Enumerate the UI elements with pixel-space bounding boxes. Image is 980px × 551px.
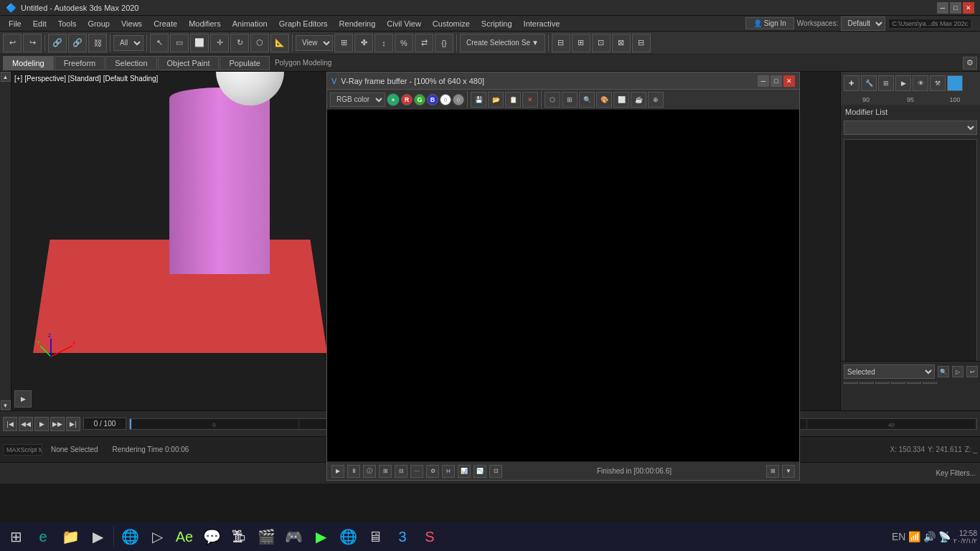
vray-color2-btn[interactable]: 🎨: [596, 92, 612, 108]
vray-color-mode-dropdown[interactable]: RGB color: [330, 93, 385, 107]
prev-frame-button[interactable]: |◀: [3, 417, 17, 431]
green-button[interactable]: ▶: [308, 524, 334, 550]
network-button[interactable]: 🌐: [335, 524, 361, 550]
rp-motion-btn[interactable]: ▶: [895, 75, 911, 91]
vray-tb-circle-btn[interactable]: ●: [387, 93, 400, 106]
modifier-dropdown[interactable]: [844, 121, 977, 135]
vray-status-play[interactable]: ▶: [331, 465, 344, 478]
wa-button[interactable]: 💬: [199, 524, 225, 550]
viewport-nav-button[interactable]: ▶: [14, 390, 32, 408]
rp-create-btn[interactable]: ✚: [844, 75, 859, 91]
mpc-button[interactable]: 🎬: [253, 524, 279, 550]
scale-button[interactable]: ⬡: [250, 34, 269, 52]
vray-cube-btn[interactable]: ⬜: [613, 92, 629, 108]
menu-graph-editors[interactable]: Graph Editors: [273, 18, 334, 29]
maxscript-label[interactable]: MAXScript Mi: [3, 444, 42, 456]
menu-animation[interactable]: Animation: [227, 18, 273, 29]
vray-status-extra3[interactable]: ⚙: [426, 465, 439, 478]
tab-populate[interactable]: Populate: [220, 56, 269, 70]
rotate-button[interactable]: ↻: [230, 34, 249, 52]
rp-display-btn[interactable]: 👁: [913, 75, 928, 91]
next-frame-button[interactable]: ▶|: [66, 417, 80, 431]
vray-minimize-btn[interactable]: ─: [758, 75, 769, 87]
play-button[interactable]: ▶: [34, 417, 49, 431]
vray-close-x-btn[interactable]: ✕: [522, 92, 538, 108]
workspace-dropdown[interactable]: Default: [841, 17, 885, 31]
vray-status-layers[interactable]: ⊞: [379, 465, 392, 478]
ie-button[interactable]: e: [30, 524, 56, 550]
menu-rendering[interactable]: Rendering: [334, 18, 382, 29]
menu-modifiers[interactable]: Modifiers: [183, 18, 227, 29]
vray-save-btn[interactable]: 💾: [471, 92, 486, 108]
vray-status-pause[interactable]: ⏸: [347, 465, 360, 478]
select-window-button[interactable]: ⬜: [190, 34, 209, 52]
align-button[interactable]: {}: [435, 34, 453, 52]
menu-edit[interactable]: Edit: [27, 18, 52, 29]
create-selection-button[interactable]: Create Selection Se ▼: [460, 34, 545, 52]
tab-object-paint[interactable]: Object Paint: [158, 56, 220, 70]
vray-region-btn[interactable]: ⬡: [545, 92, 560, 108]
rp-hierarchy-btn[interactable]: ⊞: [878, 75, 894, 91]
tab-selection[interactable]: Selection: [105, 56, 156, 70]
menu-tools[interactable]: Tools: [52, 18, 83, 29]
chrome-button[interactable]: 🌐: [117, 524, 143, 550]
scroll-up-button[interactable]: ▲: [1, 72, 11, 82]
next-key-button[interactable]: ▶▶: [50, 417, 65, 431]
selected-dropdown[interactable]: Selected: [844, 364, 935, 379]
menu-group[interactable]: Group: [82, 18, 116, 29]
ps-button[interactable]: S: [417, 524, 443, 550]
toolbar-extra-5[interactable]: ⊟: [632, 34, 651, 52]
vray-status-info[interactable]: ⓘ: [363, 465, 376, 478]
unlink-button[interactable]: 🔗: [68, 34, 87, 52]
menu-create[interactable]: Create: [148, 18, 183, 29]
selected-nav-btn[interactable]: ↩: [966, 366, 978, 377]
scroll-down-button[interactable]: ▼: [1, 400, 11, 410]
vray-lens-btn[interactable]: 🔍: [579, 92, 595, 108]
vray-tea-btn[interactable]: ☕: [631, 92, 646, 108]
vray-status-graph[interactable]: 📊: [458, 465, 471, 478]
selected-search-btn[interactable]: 🔍: [938, 366, 949, 377]
close-button[interactable]: ✕: [963, 2, 974, 14]
menu-file[interactable]: File: [3, 18, 27, 29]
vray-g-btn[interactable]: G: [414, 94, 425, 105]
vray-maximize-btn[interactable]: □: [771, 75, 782, 87]
place-button[interactable]: 📐: [270, 34, 289, 52]
angle-snap-button[interactable]: ✤: [354, 34, 373, 52]
maximize-button[interactable]: □: [950, 2, 961, 14]
vray-gray-btn[interactable]: ○: [453, 94, 464, 105]
link-button[interactable]: 🔗: [48, 34, 67, 52]
vray-open-btn[interactable]: 📂: [488, 92, 504, 108]
vray-status-extra[interactable]: ⊟: [395, 465, 407, 478]
selected-extra-btn[interactable]: ▷: [952, 366, 963, 377]
snap-button[interactable]: ⊞: [334, 34, 353, 52]
toolbar-extra-1[interactable]: ⊟: [552, 34, 570, 52]
rp-color-swatch[interactable]: [947, 75, 963, 91]
spinner-button[interactable]: ↕: [374, 34, 393, 52]
vray-status-bar-chart[interactable]: 📉: [473, 465, 486, 478]
vray-r-btn[interactable]: R: [401, 94, 413, 105]
redo-button[interactable]: ↪: [23, 34, 42, 52]
percent-button[interactable]: %: [395, 34, 413, 52]
prev-key-button[interactable]: ◀◀: [19, 417, 33, 431]
mirror-button[interactable]: ⇄: [415, 34, 433, 52]
cs-button[interactable]: 🎮: [281, 524, 306, 550]
media-button[interactable]: ▶: [85, 524, 110, 550]
max3ds-button[interactable]: 3: [390, 524, 415, 550]
filter-dropdown[interactable]: All: [113, 35, 143, 51]
menu-scripting[interactable]: Scripting: [476, 18, 518, 29]
vray-b-btn[interactable]: B: [427, 94, 438, 105]
vray-status-collapse[interactable]: ▼: [782, 465, 795, 478]
rp-utilities-btn[interactable]: ⚒: [930, 75, 946, 91]
vray-close-btn[interactable]: ✕: [783, 75, 795, 87]
select-region-button[interactable]: ▭: [170, 34, 189, 52]
vray-white-btn[interactable]: ○: [440, 94, 451, 105]
vray-status-extra4[interactable]: H: [442, 465, 455, 478]
vray-copy-btn[interactable]: 📋: [505, 92, 521, 108]
vray-extra-btn[interactable]: ⊕: [648, 92, 664, 108]
move-button[interactable]: ✛: [210, 34, 229, 52]
start-button[interactable]: ⊞: [3, 524, 29, 550]
select-button[interactable]: ↖: [150, 34, 169, 52]
signin-button[interactable]: 👤 Sign In: [745, 17, 794, 29]
vray-status-extra2[interactable]: ⋯: [410, 465, 423, 478]
explorer-button[interactable]: 📁: [57, 524, 83, 550]
